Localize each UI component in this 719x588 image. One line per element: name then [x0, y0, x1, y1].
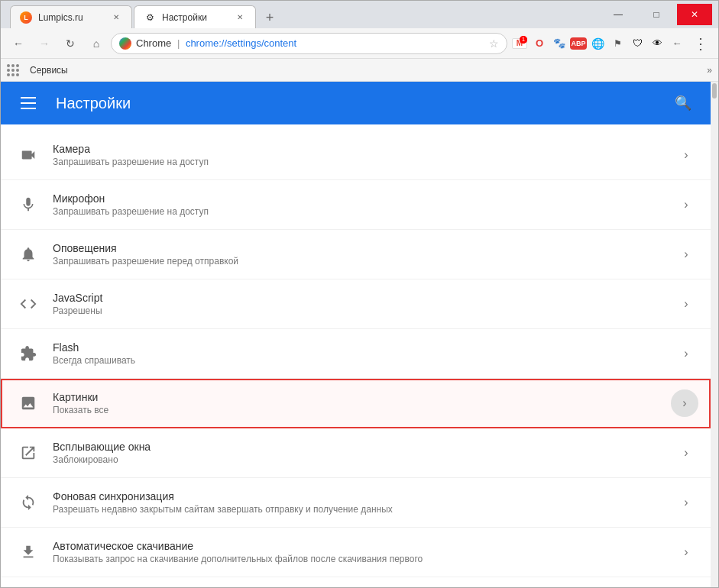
- minimize-button[interactable]: —: [601, 4, 636, 25]
- eye-extension-icon[interactable]: 👁: [648, 34, 666, 53]
- background-sync-title: Фоновая синхронизация: [53, 490, 665, 502]
- microphone-arrow: ›: [674, 192, 698, 217]
- background-sync-icon: [13, 487, 44, 518]
- maximize-button[interactable]: □: [639, 4, 674, 25]
- globe-extension-icon[interactable]: 🌐: [588, 34, 607, 53]
- popups-arrow: ›: [674, 441, 698, 465]
- bookmark-services[interactable]: Сервисы: [25, 63, 73, 77]
- images-title: Картинки: [53, 391, 662, 403]
- camera-desc: Запрашивать разрешение на доступ: [53, 157, 665, 167]
- flag-extension-icon[interactable]: ⚑: [608, 34, 627, 53]
- gmail-extension-icon[interactable]: M 1: [510, 34, 529, 53]
- gmail-badge: 1: [520, 36, 527, 44]
- settings-search-button[interactable]: 🔍: [668, 88, 698, 118]
- tab-title-lumpics: Lumpics.ru: [38, 12, 104, 23]
- javascript-title: JavaScript: [53, 292, 665, 304]
- hamburger-line-3: [21, 108, 36, 109]
- tab-close-settings[interactable]: ✕: [234, 11, 246, 24]
- abp-extension-icon[interactable]: ABP: [570, 37, 587, 50]
- settings-header: Настройки 🔍: [1, 82, 711, 124]
- bookmark-star[interactable]: ☆: [489, 37, 499, 50]
- close-button[interactable]: ✕: [677, 4, 712, 25]
- forward-button[interactable]: →: [33, 32, 56, 55]
- settings-content: Камера Запрашивать разрешение на доступ …: [1, 124, 711, 587]
- settings-item-popups[interactable]: Всплывающие окна Заблокировано ›: [1, 428, 711, 478]
- microphone-icon: [13, 189, 44, 220]
- settings-item-flash[interactable]: Flash Всегда спрашивать ›: [1, 329, 711, 379]
- address-url: chrome://settings/content: [186, 37, 296, 49]
- settings-item-microphone[interactable]: Микрофон Запрашивать разрешение на досту…: [1, 180, 711, 230]
- reload-button[interactable]: ↻: [59, 32, 82, 55]
- nav-bar: ← → ↻ ⌂ Chrome | chrome://settings/conte…: [1, 28, 718, 59]
- auto-download-text: Автоматическое скачивание Показывать зап…: [44, 540, 674, 564]
- title-bar: L Lumpics.ru ✕ ⚙ Настройки ✕ + — □ ✕: [1, 1, 718, 28]
- paw-extension-icon[interactable]: 🐾: [550, 34, 568, 53]
- settings-page-title: Настройки: [56, 95, 131, 112]
- settings-page: Настройки 🔍 Камера Запрашивать разрешени…: [1, 82, 711, 587]
- javascript-desc: Разрешены: [53, 305, 665, 316]
- scrollbar-track[interactable]: [711, 82, 718, 587]
- background-sync-text: Фоновая синхронизация Разрешать недавно …: [44, 490, 674, 515]
- notifications-icon: [13, 239, 44, 270]
- scrollbar-thumb[interactable]: [712, 83, 717, 99]
- shield-extension-icon[interactable]: 🛡: [628, 34, 646, 53]
- background-sync-arrow: ›: [674, 490, 698, 515]
- images-text: Картинки Показать все: [44, 391, 671, 415]
- back-button[interactable]: ←: [7, 32, 30, 55]
- microphone-title: Микрофон: [53, 192, 665, 205]
- auto-download-desc: Показывать запрос на скачивание дополнит…: [53, 554, 665, 564]
- bookmarks-more-button[interactable]: »: [707, 65, 712, 76]
- extension-icons: M 1 O 🐾 ABP 🌐 ⚑ 🛡 👁 ←: [510, 34, 686, 53]
- new-tab-button[interactable]: +: [259, 7, 280, 28]
- tab-settings[interactable]: ⚙ Настройки ✕: [134, 5, 256, 28]
- background-sync-desc: Разрешать недавно закрытым сайтам заверш…: [53, 504, 665, 515]
- popups-desc: Заблокировано: [53, 454, 665, 465]
- hamburger-line-2: [21, 102, 36, 104]
- bookmark-services-label: Сервисы: [30, 65, 68, 76]
- address-protocol: Chrome: [136, 37, 171, 49]
- popups-text: Всплывающие окна Заблокировано: [44, 441, 674, 465]
- flash-desc: Всегда спрашивать: [53, 355, 665, 366]
- settings-item-background-sync[interactable]: Фоновая синхронизация Разрешать недавно …: [1, 478, 711, 528]
- notifications-desc: Запрашивать разрешение перед отправкой: [53, 256, 665, 267]
- left-arrow-extension-icon[interactable]: ←: [668, 34, 686, 53]
- chrome-favicon: [119, 37, 131, 50]
- settings-item-notifications[interactable]: Оповещения Запрашивать разрешение перед …: [1, 230, 711, 279]
- microphone-desc: Запрашивать разрешение на доступ: [53, 206, 665, 217]
- settings-item-auto-download[interactable]: Автоматическое скачивание Показывать зап…: [1, 528, 711, 577]
- address-text: Chrome | chrome://settings/content: [136, 37, 484, 49]
- images-desc: Показать все: [53, 405, 662, 415]
- tab-lumpics[interactable]: L Lumpics.ru ✕: [10, 5, 132, 28]
- popups-title: Всплывающие окна: [53, 441, 665, 453]
- address-bar[interactable]: Chrome | chrome://settings/content ☆: [111, 33, 507, 54]
- camera-icon: [13, 140, 44, 170]
- browser-window: L Lumpics.ru ✕ ⚙ Настройки ✕ + — □ ✕ ← →…: [0, 0, 719, 588]
- gmail-icon-inner: M: [512, 38, 527, 49]
- notifications-title: Оповещения: [53, 242, 665, 254]
- flash-icon: [13, 338, 44, 369]
- content-area: Настройки 🔍 Камера Запрашивать разрешени…: [1, 82, 718, 587]
- settings-item-images[interactable]: Картинки Показать все ›: [1, 379, 711, 428]
- settings-item-javascript[interactable]: JavaScript Разрешены ›: [1, 279, 711, 329]
- popups-icon: [13, 438, 44, 468]
- settings-item-camera[interactable]: Камера Запрашивать разрешение на доступ …: [1, 131, 711, 180]
- settings-list: Камера Запрашивать разрешение на доступ …: [1, 124, 711, 583]
- flash-text: Flash Всегда спрашивать: [44, 341, 674, 366]
- hamburger-menu-button[interactable]: [13, 88, 44, 118]
- camera-title: Камера: [53, 143, 665, 155]
- auto-download-icon: [13, 537, 44, 567]
- microphone-text: Микрофон Запрашивать разрешение на досту…: [44, 192, 674, 217]
- apps-icon[interactable]: [7, 64, 19, 76]
- chrome-menu-button[interactable]: ⋮: [689, 32, 712, 55]
- home-button[interactable]: ⌂: [85, 32, 108, 55]
- opera-extension-icon[interactable]: O: [530, 34, 549, 53]
- tab-favicon-settings: ⚙: [144, 11, 156, 24]
- camera-arrow: ›: [674, 143, 698, 167]
- notifications-arrow: ›: [674, 242, 698, 267]
- tab-close-lumpics[interactable]: ✕: [110, 11, 122, 24]
- bookmarks-bar: Сервисы »: [1, 59, 718, 82]
- tab-favicon-lumpics: L: [20, 11, 32, 24]
- javascript-arrow: ›: [674, 292, 698, 316]
- address-separator: |: [177, 37, 180, 49]
- tab-title-settings: Настройки: [162, 12, 228, 23]
